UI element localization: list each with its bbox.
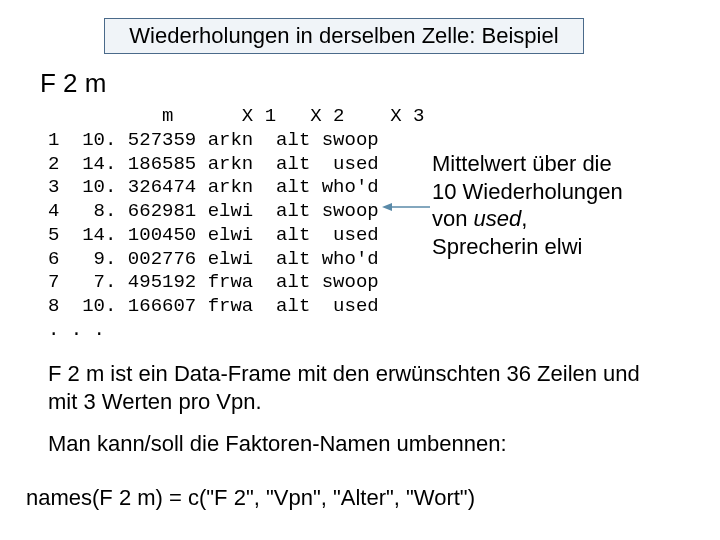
- description-paragraph: F 2 m ist ein Data-Frame mit den erwünsc…: [48, 360, 668, 415]
- annotation-line: Mittelwert über die: [432, 151, 612, 176]
- data-table: m X 1 X 2 X 3 1 10. 527359 arkn alt swoo…: [48, 105, 424, 343]
- table-ellipsis: . . .: [48, 319, 105, 341]
- data-frame-heading: F 2 m: [40, 68, 106, 99]
- title-box: Wiederholungen in derselben Zelle: Beisp…: [104, 18, 584, 54]
- annotation-line: 10 Wiederholungen: [432, 179, 623, 204]
- svg-marker-1: [382, 203, 392, 211]
- table-row: 5 14. 100450 elwi alt used: [48, 224, 379, 246]
- table-row: 6 9. 002776 elwi alt who'd: [48, 248, 379, 270]
- code-text: names(F 2 m) = c("F 2", "Vpn", "Alter", …: [26, 485, 475, 510]
- para-text: Man kann/soll die Faktoren-Namen umbenne…: [48, 431, 507, 456]
- arrow-left-icon: [382, 200, 430, 214]
- heading-text: F 2 m: [40, 68, 106, 98]
- annotation-line: Sprecherin elwi: [432, 234, 582, 259]
- table-row: 8 10. 166607 frwa alt used: [48, 295, 379, 317]
- title-text: Wiederholungen in derselben Zelle: Beisp…: [129, 23, 558, 48]
- table-row: 4 8. 662981 elwi alt swoop: [48, 200, 379, 222]
- para-text: F 2 m ist ein Data-Frame mit den erwünsc…: [48, 361, 640, 414]
- table-row: 1 10. 527359 arkn alt swoop: [48, 129, 379, 151]
- code-line: names(F 2 m) = c("F 2", "Vpn", "Alter", …: [26, 485, 475, 511]
- annotation-line: von: [432, 206, 474, 231]
- table-row: 2 14. 186585 arkn alt used: [48, 153, 379, 175]
- table-row: 3 10. 326474 arkn alt who'd: [48, 176, 379, 198]
- instruction-paragraph: Man kann/soll die Faktoren-Namen umbenne…: [48, 430, 668, 458]
- table-row: 7 7. 495192 frwa alt swoop: [48, 271, 379, 293]
- annotation-italic: used: [474, 206, 522, 231]
- annotation-text: Mittelwert über die 10 Wiederholungen vo…: [432, 150, 692, 260]
- annotation-line: ,: [521, 206, 527, 231]
- table-header: m X 1 X 2 X 3: [48, 105, 424, 127]
